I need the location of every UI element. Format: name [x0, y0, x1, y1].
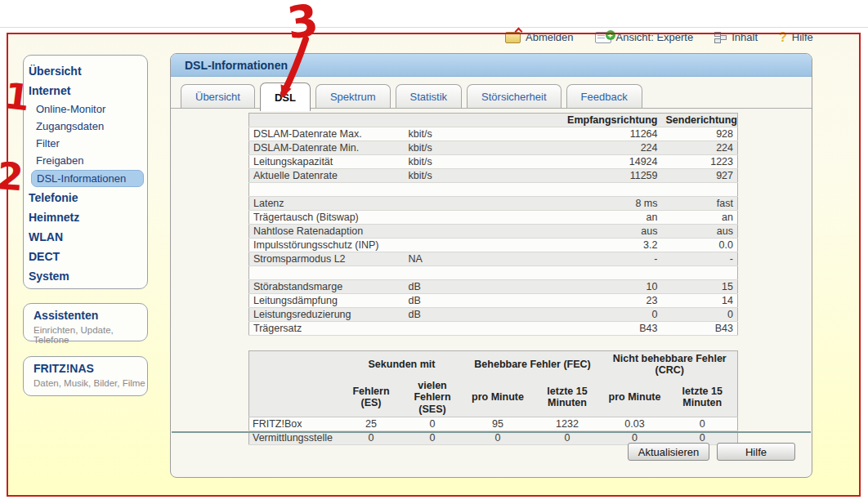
sidebar-item-wlan[interactable]: WLAN	[24, 227, 147, 247]
tab-dsl[interactable]: DSL	[260, 83, 311, 111]
top-hairline	[0, 27, 868, 28]
tab-spektrum[interactable]: Spektrum	[315, 84, 391, 108]
button-row: Aktualisieren Hilfe	[628, 443, 795, 461]
sidebar-item-internet[interactable]: Internet	[24, 81, 147, 100]
table-row: Impulsstörungsschutz (INP)3.20.0	[249, 239, 738, 252]
page-title: DSL-Informationen	[171, 54, 812, 77]
tab-statistik[interactable]: Statistik	[396, 84, 463, 108]
top-menu: Abmelden Ansicht: Experte Inhalt ? Hilfe	[505, 31, 813, 43]
fritznas-title: FRITZ!NAS	[34, 362, 147, 375]
table-row: TrägersatzB43B43	[249, 322, 738, 336]
col-empfangsrichtung: Empfangsrichtung	[477, 114, 662, 127]
main-panel: DSL-Informationen Übersicht DSL Spektrum…	[170, 53, 812, 478]
table-row: Aktuelle Datenratekbit/s11259927	[249, 169, 738, 183]
contents-link[interactable]: Inhalt	[714, 31, 758, 43]
fritznas-box[interactable]: FRITZ!NAS Daten, Musik, Bilder, Filme	[23, 356, 148, 396]
table-row: DSLAM-Datenrate Max.kbit/s11264928	[249, 127, 738, 141]
button-separator	[172, 431, 811, 433]
sidebar-item-heimnetz[interactable]: Heimnetz	[24, 207, 147, 227]
sidebar-item-dect[interactable]: DECT	[24, 247, 147, 266]
refresh-button[interactable]: Aktualisieren	[628, 443, 709, 461]
sidebar-nav: Übersicht Internet Online-Monitor Zugang…	[23, 55, 148, 289]
sidebar-item-filter[interactable]: Filter	[24, 135, 147, 152]
help-label: Hilfe	[792, 31, 813, 43]
table-row: Latenz8 msfast	[249, 197, 738, 211]
col-group-sekunden: Sekunden mit	[341, 351, 463, 378]
assistenten-title: Assistenten	[34, 309, 147, 322]
logout-icon	[505, 32, 521, 43]
table-row: Leitungskapazitätkbit/s149241223	[249, 155, 738, 169]
contents-label: Inhalt	[732, 31, 758, 43]
table-row: Stromsparmodus L2NA--	[249, 252, 738, 266]
col-group-crc: Nicht behebbare Fehler (CRC)	[602, 351, 738, 378]
table-row: FRITZ!Box 25 0 95 1232 0.03 0	[249, 417, 738, 430]
tab-uebersicht[interactable]: Übersicht	[181, 84, 255, 108]
logout-label: Abmelden	[526, 31, 574, 43]
sidebar-item-freigaben[interactable]: Freigaben	[24, 152, 147, 169]
table-row: Trägertausch (Bitswap)anan	[249, 211, 738, 225]
tab-feedback[interactable]: Feedback	[566, 84, 642, 108]
sidebar-item-dsl-informationen[interactable]: DSL-Informationen	[31, 170, 144, 187]
assistenten-subtitle: Einrichten, Update, Telefone	[34, 325, 147, 345]
col-group-fec: Behebbare Fehler (FEC)	[463, 351, 602, 378]
table-row: Nahtlose Ratenadaptionausaus	[249, 225, 738, 239]
fritznas-subtitle: Daten, Musik, Bilder, Filme	[34, 378, 147, 388]
tab-bar: Übersicht DSL Spektrum Statistik Störsic…	[181, 83, 642, 108]
sidebar-item-zugangsdaten[interactable]: Zugangsdaten	[24, 118, 147, 135]
help-icon: ?	[779, 32, 787, 43]
spacer-row	[249, 183, 738, 197]
table-row: LeistungsreduzierungdB00	[249, 308, 738, 322]
col-senderichtung: Senderichtung	[662, 114, 738, 127]
logout-link[interactable]: Abmelden	[505, 31, 574, 43]
fritzbox-dsl-page: Abmelden Ansicht: Experte Inhalt ? Hilfe…	[0, 0, 868, 504]
sitemap-icon	[714, 32, 727, 42]
tab-stoersicherheit[interactable]: Störsicherheit	[467, 84, 561, 108]
group-header-row: Sekunden mit Behebbare Fehler (FEC) Nich…	[249, 351, 738, 378]
table-row: DSLAM-Datenrate Min.kbit/s224224	[249, 141, 738, 155]
view-mode-label: Ansicht: Experte	[616, 31, 694, 43]
assistenten-box[interactable]: Assistenten Einrichten, Update, Telefone	[23, 303, 148, 341]
table-header-row: Empfangsrichtung Senderichtung	[249, 114, 738, 127]
table-row: LeitungsdämpfungdB2314	[249, 294, 738, 308]
dsl-values-table: Empfangsrichtung Senderichtung DSLAM-Dat…	[248, 113, 738, 336]
sidebar-item-uebersicht[interactable]: Übersicht	[24, 61, 147, 81]
sidebar-item-system[interactable]: System	[24, 266, 147, 286]
sub-header-row: Fehlern (ES) vielen Fehlern (SES) pro Mi…	[249, 378, 738, 417]
help-link[interactable]: ? Hilfe	[779, 31, 813, 43]
view-mode-link[interactable]: Ansicht: Experte	[595, 31, 694, 43]
sidebar-item-telefonie[interactable]: Telefonie	[24, 188, 147, 207]
view-mode-icon	[595, 32, 611, 43]
spacer-row	[249, 266, 738, 280]
sidebar-item-online-monitor[interactable]: Online-Monitor	[24, 100, 147, 118]
help-button[interactable]: Hilfe	[717, 443, 795, 461]
table-row: StörabstandsmargedB1015	[249, 280, 738, 294]
